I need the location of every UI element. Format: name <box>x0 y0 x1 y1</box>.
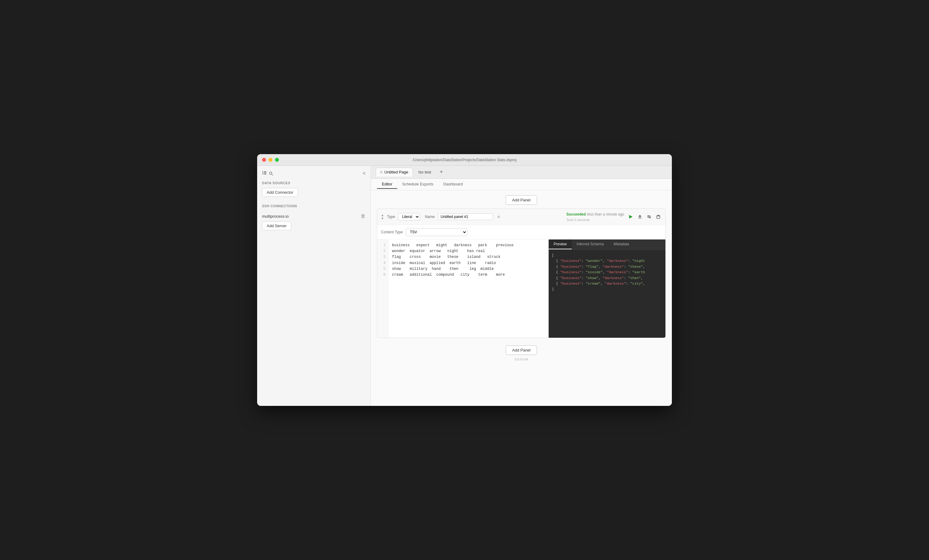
download-button[interactable] <box>636 213 643 220</box>
panel-header: ▲ ▼ Type Literal Name ≡ Succeeded <box>377 209 665 225</box>
svg-rect-1 <box>262 173 263 173</box>
arrow-down-icon[interactable]: ▼ <box>381 217 384 220</box>
svg-marker-10 <box>638 215 641 217</box>
sub-tabs: Editor Schedule Exports Dashboard <box>371 179 672 190</box>
svg-rect-16 <box>657 216 660 219</box>
preview-section: Preview Inferred Schema Metadata [ { "bu… <box>549 239 665 338</box>
delete-ssh-icon[interactable]: 🗑 <box>361 213 366 219</box>
sub-tab-schedule-exports[interactable]: Schedule Exports <box>397 180 438 189</box>
preview-tabs: Preview Inferred Schema Metadata <box>549 239 665 249</box>
add-connector-button[interactable]: Add Connector <box>262 188 298 197</box>
main-content: ⎘ Untitled Page tsv test + Editor Schedu… <box>371 166 672 406</box>
maximize-button[interactable] <box>275 158 279 162</box>
ssh-connections-label: SSH CONNECTIONS <box>262 204 366 208</box>
arrow-up-icon[interactable]: ▲ <box>381 214 384 217</box>
sidebar-collapse-button[interactable]: < <box>363 171 366 176</box>
name-label: Name <box>425 214 435 219</box>
editor-body: 1 2 3 4 5 6 business expect might darkne… <box>377 239 548 338</box>
content-type-row: Content Type TSV <box>377 225 665 239</box>
tab-label-tsv-test: tsv test <box>419 170 431 174</box>
preview-tab-inferred-schema[interactable]: Inferred Schema <box>572 239 609 249</box>
sidebar-header: < <box>262 171 366 176</box>
sidebar: < DATA SOURCES Add Connector SSH CONNECT… <box>257 166 371 406</box>
add-panel-top-button[interactable]: Add Panel <box>506 195 537 205</box>
content-type-label: Content Type <box>381 230 403 234</box>
svg-marker-8 <box>629 215 633 219</box>
panel: ▲ ▼ Type Literal Name ≡ Succeeded <box>377 208 666 338</box>
svg-rect-3 <box>264 171 266 172</box>
ssh-item-name: multiprocess.io <box>262 214 289 219</box>
tabs-bar: ⎘ Untitled Page tsv test + <box>371 166 672 179</box>
search-icon[interactable] <box>262 171 273 176</box>
close-button[interactable] <box>262 158 266 162</box>
tab-label-untitled-page: Untitled Page <box>384 170 408 174</box>
panel-reorder[interactable]: ▲ ▼ <box>381 214 384 220</box>
ssh-connection-item: multiprocess.io 🗑 <box>262 211 366 221</box>
titlebar: /Users/philipeaton/DataStationProjects/D… <box>257 154 672 166</box>
panel-name-input[interactable] <box>438 213 493 220</box>
sub-tab-editor[interactable]: Editor <box>377 180 397 189</box>
line-numbers: 1 2 3 4 5 6 <box>377 239 388 338</box>
app-body: < DATA SOURCES Add Connector SSH CONNECT… <box>257 166 672 406</box>
panel-status: Succeeded less than a minute ago Took 0 … <box>566 211 624 222</box>
preview-tab-preview[interactable]: Preview <box>549 239 572 249</box>
window-title: /Users/philipeaton/DataStationProjects/D… <box>412 158 517 162</box>
hide-button[interactable] <box>646 213 653 220</box>
add-server-button[interactable]: Add Server <box>262 221 291 230</box>
footer-area: Add Panel 0.6.0-rc4 <box>377 342 666 365</box>
panel-menu-icon[interactable]: ≡ <box>497 214 500 219</box>
svg-rect-2 <box>262 174 263 174</box>
status-meta-text: less than a minute ago <box>587 212 624 216</box>
svg-point-6 <box>270 172 272 174</box>
add-tab-button[interactable]: + <box>437 168 446 176</box>
delete-panel-button[interactable] <box>655 213 662 220</box>
svg-rect-5 <box>264 174 266 174</box>
content-type-select[interactable]: TSV <box>406 228 467 236</box>
svg-rect-15 <box>658 215 659 216</box>
copy-icon: ⎘ <box>380 170 382 174</box>
editor-section: 1 2 3 4 5 6 business expect might darkne… <box>377 239 549 338</box>
panel-actions <box>627 213 662 220</box>
panel-body: 1 2 3 4 5 6 business expect might darkne… <box>377 239 665 338</box>
svg-line-7 <box>272 174 273 176</box>
minimize-button[interactable] <box>268 158 273 162</box>
svg-rect-0 <box>262 171 263 172</box>
status-info: Succeeded less than a minute ago Took 0 … <box>566 211 624 222</box>
sub-tab-dashboard[interactable]: Dashboard <box>438 180 468 189</box>
data-sources-label: DATA SOURCES <box>262 181 366 185</box>
preview-tab-metadata[interactable]: Metadata <box>609 239 634 249</box>
app-window: /Users/philipeaton/DataStationProjects/D… <box>257 154 672 406</box>
status-success-text: Succeeded <box>566 212 586 216</box>
tab-untitled-page[interactable]: ⎘ Untitled Page <box>376 168 413 176</box>
run-button[interactable] <box>627 213 634 220</box>
status-detail-text: Took 0 seconds <box>566 218 590 222</box>
content-area: Add Panel ▲ ▼ Type Literal Name <box>371 190 672 406</box>
traffic-lights <box>262 158 279 162</box>
svg-rect-9 <box>638 218 641 218</box>
type-label: Type <box>387 214 395 219</box>
preview-content: [ { "business": "wonder", "darkness": "n… <box>549 249 665 338</box>
editor-textarea[interactable]: business expect might darkness park prev… <box>388 239 548 338</box>
svg-rect-4 <box>264 173 266 173</box>
version-text: 0.6.0-rc4 <box>515 357 528 361</box>
tab-tsv-test[interactable]: tsv test <box>414 168 435 176</box>
type-select[interactable]: Literal <box>398 213 420 220</box>
add-panel-bottom-button[interactable]: Add Panel <box>506 346 537 355</box>
